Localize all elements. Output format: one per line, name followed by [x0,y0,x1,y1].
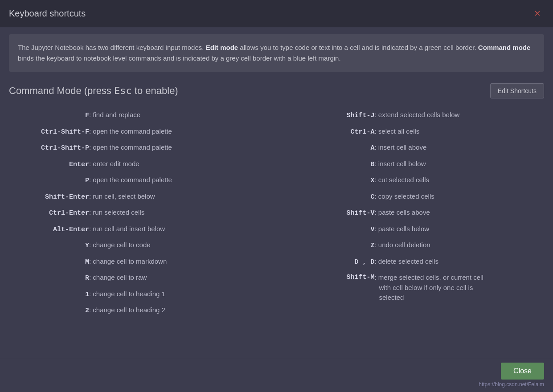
shortcut-key: Ctrl-Enter [9,208,89,219]
shortcut-key: Shift-J [295,111,375,121]
right-shortcuts-column: Shift-J : extend selected cells below Ct… [286,107,545,319]
shortcut-desc: : undo cell deletion [375,240,430,250]
shortcut-desc: : extend selected cells below [375,110,460,120]
modal-header: Keyboard shortcuts × [0,0,553,27]
shortcut-desc: : insert cell below [375,159,426,169]
shortcut-key: Shift-M [295,273,375,283]
shortcut-row: Alt-Enter : run cell and insert below [9,221,268,238]
shortcut-key: D , D [295,257,375,268]
shortcut-key: X [295,176,375,186]
edit-mode-label: Edit mode [206,44,238,51]
shortcut-row: Shift-Enter : run cell, select below [9,189,268,205]
shortcut-key: C [295,192,375,203]
edit-shortcuts-button[interactable]: Edit Shortcuts [490,83,544,98]
shortcut-desc: : find and replace [89,110,140,120]
section-title-key: Esc [114,85,132,96]
shortcut-desc: : run cell and insert below [89,224,165,234]
close-button[interactable]: Close [501,363,544,380]
shortcut-row: R : change cell to raw [9,270,268,286]
shortcut-row: Shift-M : merge selected cells, or curre… [295,270,545,306]
shortcut-row: Ctrl-Shift-P : open the command palette [9,140,268,156]
info-text-1: The Jupyter Notebook has two different k… [18,44,206,51]
url-text: https://blog.csdn.net/Felaim [479,381,544,388]
shortcut-desc: : paste cells above [375,208,430,218]
command-mode-section: Command Mode (press Esc to enable) Edit … [0,79,553,328]
shortcut-desc: : change cell to heading 2 [89,305,165,315]
shortcut-key: Shift-V [295,208,375,219]
close-footer-area: Close https://blog.csdn.net/Felaim [479,363,544,388]
shortcut-desc: : insert cell above [375,143,427,153]
shortcut-desc: : merge selected cells, or current cell … [375,273,483,303]
shortcut-key: B [295,160,375,170]
shortcut-desc: : enter edit mode [89,159,139,169]
modal-title: Keyboard shortcuts [9,8,86,19]
command-mode-label: Command mode [478,44,531,51]
info-box: The Jupyter Notebook has two different k… [9,34,544,72]
shortcut-desc: : change cell to code [89,240,151,250]
shortcut-desc: : open the command palette [89,127,172,137]
shortcut-row: Z : undo cell deletion [295,237,545,254]
section-title-suffix: to enable) [132,85,178,96]
shortcut-row: F : find and replace [9,107,268,124]
shortcut-key: Y [9,241,89,251]
shortcut-desc: : change cell to markdown [89,257,167,267]
shortcut-key: Alt-Enter [9,225,89,235]
shortcut-row: Ctrl-Enter : run selected cells [9,205,268,221]
modal-footer: Close https://blog.csdn.net/Felaim [0,358,553,392]
shortcut-key: P [9,176,89,186]
shortcut-row: D , D : delete selected cells [295,254,545,270]
left-shortcuts-column: F : find and replace Ctrl-Shift-F : open… [9,107,268,319]
shortcut-key: V [295,225,375,235]
info-text-2: allows you to type code or text into a c… [238,44,478,51]
shortcut-key: Ctrl-Shift-P [9,143,89,154]
shortcut-key: Ctrl-A [295,127,375,138]
shortcut-row: 1 : change cell to heading 1 [9,286,268,303]
shortcut-desc: : run selected cells [89,208,144,218]
shortcut-row: Y : change cell to code [9,237,268,254]
shortcut-row: P : open the command palette [9,172,268,189]
shortcut-key: A [295,143,375,154]
shortcut-row: B : insert cell below [295,156,545,173]
keyboard-shortcuts-modal: Keyboard shortcuts × The Jupyter Noteboo… [0,0,553,392]
shortcut-key: Z [295,241,375,251]
shortcut-row: V : paste cells below [295,221,545,238]
modal-body: The Jupyter Notebook has two different k… [0,27,553,358]
shortcut-row: Ctrl-Shift-F : open the command palette [9,124,268,140]
shortcut-row: Ctrl-A : select all cells [295,124,545,140]
section-title-prefix: Command Mode (press [9,85,114,96]
shortcut-desc: : delete selected cells [375,257,438,267]
shortcut-desc-line1: : merge selected cells, or current cell [375,273,483,283]
shortcut-key: F [9,111,89,121]
shortcut-key: Enter [9,160,89,170]
shortcut-desc: : open the command palette [89,175,172,185]
shortcut-key: R [9,274,89,284]
shortcut-desc-line3: selected [375,293,483,303]
shortcut-desc-line2: with cell below if only one cell is [375,283,483,293]
shortcut-key: Ctrl-Shift-F [9,127,89,138]
shortcut-desc: : copy selected cells [375,192,434,202]
shortcut-desc: : open the command palette [89,143,172,153]
shortcut-key: 2 [9,306,89,316]
shortcut-row: X : cut selected cells [295,172,545,189]
shortcut-key: Shift-Enter [9,192,89,203]
shortcut-desc: : run cell, select below [89,192,155,202]
shortcut-row: Shift-J : extend selected cells below [295,107,545,124]
shortcut-key: M [9,257,89,268]
shortcut-desc: : select all cells [375,127,420,137]
section-header: Command Mode (press Esc to enable) Edit … [9,83,544,98]
close-icon-button[interactable]: × [531,6,544,20]
shortcut-row: 2 : change cell to heading 2 [9,302,268,319]
shortcut-row: Shift-V : paste cells above [295,205,545,221]
shortcut-key: 1 [9,290,89,300]
shortcut-desc: : change cell to heading 1 [89,289,165,299]
section-title: Command Mode (press Esc to enable) [9,85,178,97]
shortcut-row: A : insert cell above [295,140,545,156]
shortcut-row: M : change cell to markdown [9,254,268,270]
shortcut-desc: : change cell to raw [89,273,147,283]
shortcut-row: Enter : enter edit mode [9,156,268,173]
shortcut-desc: : paste cells below [375,224,430,234]
shortcut-desc: : cut selected cells [375,175,430,185]
info-text-3: binds the keyboard to notebook level com… [18,54,341,62]
shortcut-row: C : copy selected cells [295,189,545,205]
shortcuts-grid: F : find and replace Ctrl-Shift-F : open… [9,107,544,319]
